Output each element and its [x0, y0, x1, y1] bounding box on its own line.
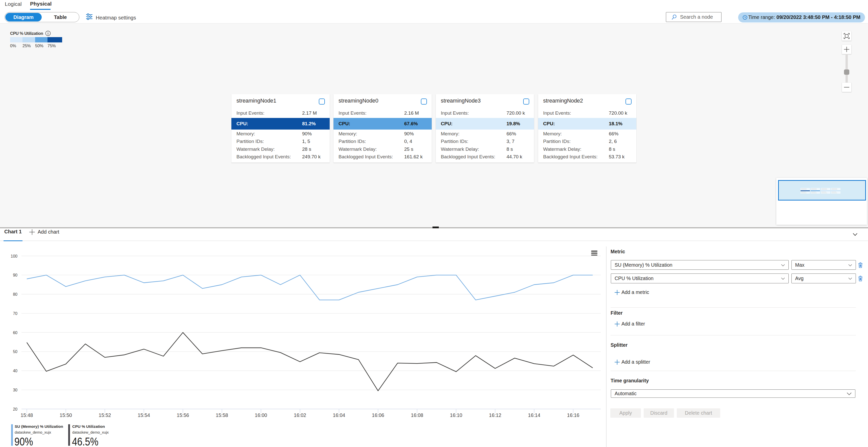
svg-text:50: 50: [13, 350, 18, 354]
svg-text:40: 40: [13, 369, 18, 373]
svg-text:16:12: 16:12: [489, 412, 501, 418]
svg-text:60: 60: [13, 330, 18, 335]
svg-text:16:14: 16:14: [528, 412, 540, 418]
svg-text:16:08: 16:08: [411, 412, 424, 418]
svg-text:90: 90: [13, 273, 18, 277]
svg-text:16:04: 16:04: [333, 412, 345, 418]
svg-text:15:56: 15:56: [177, 412, 189, 418]
svg-text:16:02: 16:02: [294, 412, 306, 418]
svg-text:70: 70: [13, 311, 18, 316]
svg-text:15:48: 15:48: [21, 412, 33, 418]
svg-text:30: 30: [13, 388, 18, 392]
svg-text:16:00: 16:00: [255, 412, 267, 418]
svg-text:80: 80: [13, 292, 18, 296]
svg-text:15:54: 15:54: [138, 412, 150, 418]
svg-text:20: 20: [13, 407, 18, 411]
svg-text:15:50: 15:50: [60, 412, 72, 418]
svg-text:16:10: 16:10: [450, 412, 462, 418]
svg-text:100: 100: [10, 254, 18, 258]
svg-text:16:16: 16:16: [567, 412, 580, 418]
svg-text:15:58: 15:58: [216, 412, 228, 418]
svg-text:15:52: 15:52: [99, 412, 111, 418]
svg-text:16:06: 16:06: [372, 412, 384, 418]
